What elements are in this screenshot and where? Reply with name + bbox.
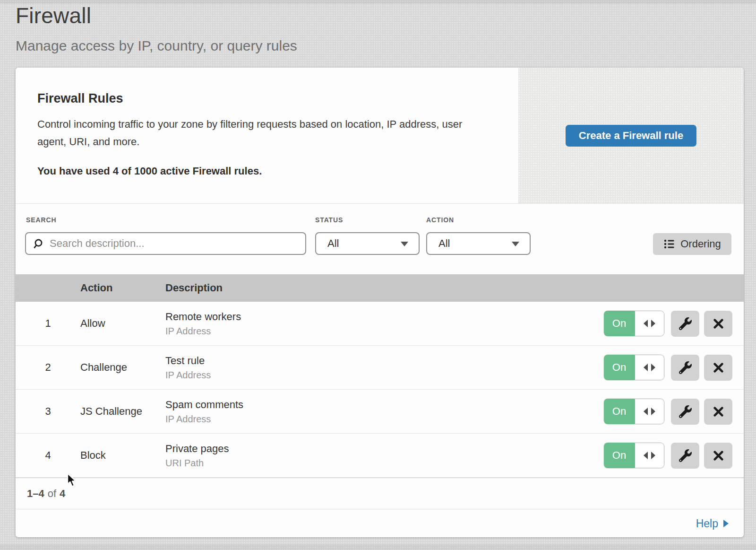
- close-icon: [713, 406, 724, 418]
- edit-rule-button[interactable]: [671, 311, 699, 337]
- create-firewall-rule-button[interactable]: Create a Firewall rule: [566, 125, 696, 147]
- rule-controls: On: [604, 399, 744, 425]
- action-select[interactable]: All: [426, 232, 531, 255]
- close-icon: [713, 450, 724, 462]
- table-header: Action Description: [16, 274, 744, 302]
- rule-toggle[interactable]: On: [604, 355, 664, 380]
- rule-priority: 4: [16, 449, 80, 462]
- rule-priority: 3: [16, 405, 80, 418]
- delete-rule-button[interactable]: [704, 399, 732, 425]
- pagination-range: 1–4: [27, 488, 44, 500]
- intro-text-panel: Firewall Rules Control incoming traffic …: [16, 68, 518, 203]
- toggle-arrows-icon[interactable]: [635, 399, 664, 424]
- pagination-of: of: [48, 488, 56, 500]
- rule-toggle[interactable]: On: [604, 311, 664, 336]
- section-heading: Firewall Rules: [37, 91, 518, 106]
- rule-priority: 2: [16, 361, 80, 374]
- rule-toggle[interactable]: On: [604, 399, 664, 424]
- rule-row: 2 Challenge Test rule IP Address On: [16, 346, 744, 390]
- action-selected-value: All: [438, 237, 450, 250]
- toggle-arrows-icon[interactable]: [635, 443, 664, 468]
- delete-rule-button[interactable]: [704, 311, 732, 337]
- create-rule-panel: Create a Firewall rule: [518, 68, 744, 203]
- rule-action: Block: [80, 449, 165, 462]
- toggle-arrows-icon[interactable]: [635, 311, 664, 336]
- help-link-label: Help: [696, 517, 718, 530]
- edit-rule-button[interactable]: [671, 443, 699, 469]
- wrench-icon: [679, 449, 692, 462]
- rule-match-type: IP Address: [165, 326, 604, 337]
- rule-action: Challenge: [80, 361, 165, 374]
- rule-match-type: URI Path: [165, 458, 604, 469]
- toggle-on-label: On: [604, 311, 635, 336]
- rule-controls: On: [604, 311, 744, 337]
- toggle-on-label: On: [604, 443, 635, 468]
- column-action: Action: [80, 282, 165, 294]
- status-select[interactable]: All: [315, 232, 420, 255]
- rule-priority: 1: [16, 317, 80, 330]
- wrench-icon: [679, 361, 692, 374]
- close-icon: [713, 362, 724, 374]
- caret-right-icon: [723, 520, 729, 527]
- ordering-button-label: Ordering: [680, 238, 721, 250]
- edit-rule-button[interactable]: [671, 399, 699, 425]
- rule-description: Test rule: [165, 355, 604, 367]
- search-input[interactable]: [49, 237, 299, 250]
- toggle-on-label: On: [604, 399, 635, 424]
- rule-controls: On: [604, 443, 744, 469]
- wrench-icon: [679, 317, 692, 330]
- help-bar: Help: [16, 509, 744, 538]
- rule-toggle[interactable]: On: [604, 443, 664, 468]
- page-title: Firewall: [16, 3, 91, 28]
- pagination-total: 4: [60, 488, 65, 500]
- usage-note: You have used 4 of 1000 active Firewall …: [37, 165, 518, 177]
- search-icon: [33, 238, 43, 249]
- ordered-list-icon: [663, 238, 675, 250]
- rule-description: Private pages: [165, 443, 604, 455]
- column-description: Description: [165, 282, 744, 294]
- close-icon: [713, 318, 724, 330]
- rule-description: Spam comments: [165, 399, 604, 411]
- rule-action: JS Challenge: [80, 405, 165, 418]
- delete-rule-button[interactable]: [704, 355, 732, 381]
- rule-row: 4 Block Private pages URI Path On: [16, 434, 744, 478]
- rule-action: Allow: [80, 317, 165, 330]
- status-label: STATUS: [315, 216, 343, 224]
- rule-row: 3 JS Challenge Spam comments IP Address …: [16, 390, 744, 434]
- wrench-icon: [679, 405, 692, 418]
- rule-match-type: IP Address: [165, 414, 604, 425]
- chevron-down-icon: [512, 242, 519, 246]
- help-link[interactable]: Help: [696, 517, 729, 530]
- chevron-down-icon: [401, 242, 408, 246]
- page-subtitle: Manage access by IP, country, or query r…: [16, 38, 297, 54]
- search-input-wrap: [25, 232, 306, 255]
- page: { "page": { "title": "Firewall", "subtit…: [0, 0, 756, 550]
- pagination: 1–4 of 4: [16, 478, 744, 509]
- rule-match-type: IP Address: [165, 370, 604, 381]
- rule-description: Remote workers: [165, 311, 604, 323]
- rule-controls: On: [604, 355, 744, 381]
- action-label: ACTION: [426, 216, 454, 224]
- rule-row: 1 Allow Remote workers IP Address On: [16, 302, 744, 346]
- status-selected-value: All: [327, 237, 339, 250]
- ordering-button[interactable]: Ordering: [653, 233, 731, 255]
- search-label: SEARCH: [26, 216, 57, 224]
- filters-bar: SEARCH STATUS All ACTION All: [16, 204, 744, 274]
- toggle-on-label: On: [604, 355, 635, 380]
- toggle-arrows-icon[interactable]: [635, 355, 664, 380]
- section-description: Control incoming traffic to your zone by…: [37, 115, 493, 150]
- delete-rule-button[interactable]: [704, 443, 732, 469]
- firewall-rules-card: Firewall Rules Control incoming traffic …: [16, 68, 744, 537]
- edit-rule-button[interactable]: [671, 355, 699, 381]
- intro-section: Firewall Rules Control incoming traffic …: [16, 68, 744, 204]
